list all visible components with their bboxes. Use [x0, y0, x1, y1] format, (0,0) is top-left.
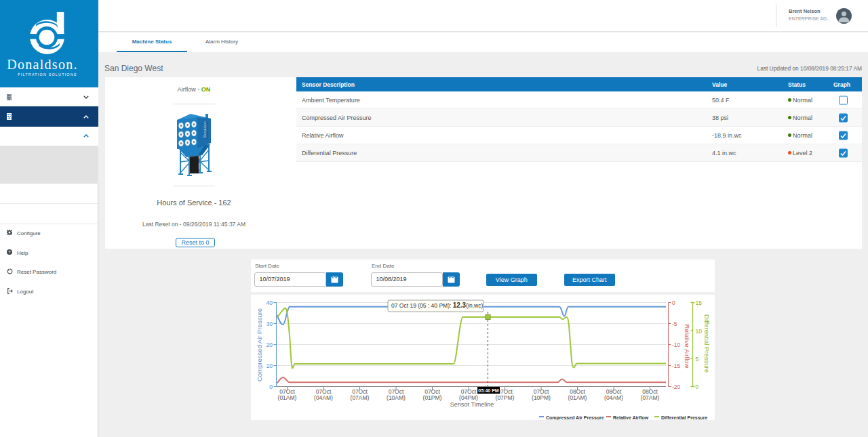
svg-text:(07AM): (07AM): [351, 394, 370, 401]
svg-text:Sensor Timeline: Sensor Timeline: [450, 401, 494, 408]
svg-text:Differential Pressure: Differential Pressure: [661, 415, 708, 420]
svg-text:-10: -10: [672, 341, 681, 348]
svg-text:(07AM): (07AM): [641, 394, 660, 401]
svg-text:10: 10: [267, 362, 273, 369]
svg-text:FILTRATION SOLUTIONS: FILTRATION SOLUTIONS: [18, 72, 77, 77]
svg-text:Relative Airflow: Relative Airflow: [684, 325, 691, 369]
svg-text:0: 0: [269, 383, 273, 390]
svg-text:Compressed Air Pressure: Compressed Air Pressure: [256, 308, 263, 381]
svg-text:(07PM): (07PM): [496, 394, 515, 401]
svg-text:0: 0: [696, 383, 699, 390]
svg-text:15: 15: [696, 299, 703, 306]
svg-text:Donaldson.: Donaldson.: [7, 57, 78, 72]
svg-text:(10PM): (10PM): [532, 394, 551, 401]
svg-text:-5: -5: [672, 320, 677, 327]
svg-text:(01PM): (01PM): [423, 394, 442, 401]
svg-text:(04AM): (04AM): [314, 394, 333, 401]
svg-text:10: 10: [696, 328, 703, 335]
svg-text:(10AM): (10AM): [387, 394, 406, 401]
svg-text:(01AM): (01AM): [278, 394, 297, 401]
svg-text:(01AM): (01AM): [568, 394, 587, 401]
svg-text:5: 5: [696, 356, 699, 362]
svg-text:Relative Airflow: Relative Airflow: [613, 415, 649, 420]
svg-text:(04PM): (04PM): [459, 394, 478, 401]
svg-text:Donaldson: Donaldson: [203, 121, 207, 138]
svg-text:07 Oct 19 (05 : 40 PM): 12.3(i: 07 Oct 19 (05 : 40 PM): 12.3(in.wc): [391, 301, 483, 309]
svg-text:30: 30: [267, 320, 273, 327]
svg-text:Compressed Air Pressure: Compressed Air Pressure: [546, 415, 604, 421]
svg-text:0: 0: [672, 299, 675, 306]
svg-text:20: 20: [267, 341, 273, 348]
svg-text:-20: -20: [672, 383, 681, 390]
svg-text:05:40 PM: 05:40 PM: [478, 388, 499, 393]
svg-text:(04AM): (04AM): [604, 394, 623, 401]
svg-text:-15: -15: [672, 362, 681, 369]
svg-text:Differential Pressure: Differential Pressure: [703, 314, 711, 373]
svg-text:40: 40: [267, 299, 273, 306]
